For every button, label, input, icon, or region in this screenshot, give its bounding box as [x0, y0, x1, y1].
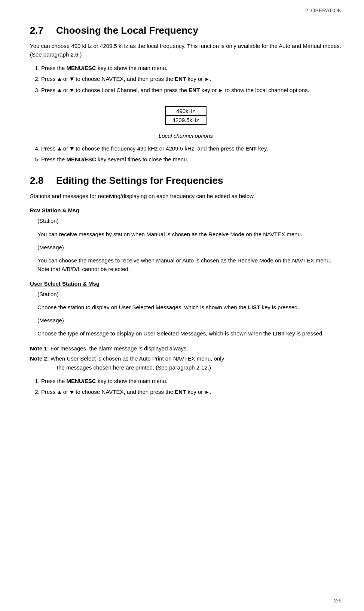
section-27: 2.7 Choosing the Local Frequency You can…: [30, 25, 342, 164]
triangle-up-icon-1: [58, 77, 61, 81]
channel-options-box: 490kHz 4209.5kHz: [165, 106, 207, 125]
section-27-body: You can choose 490 kHz or 4209.5 kHz as …: [30, 42, 342, 164]
note-2-label: Note 2:: [30, 355, 49, 362]
section-28-title-row: 2.8 Editing the Settings for Frequencies: [30, 175, 342, 186]
channel-options-caption: Local channel options: [30, 133, 342, 139]
user-message-label: (Message): [37, 316, 342, 325]
note-1-text: For messages, the alarm message is displ…: [49, 345, 188, 352]
step-27-3: Press or to choose Local Channel, and th…: [41, 86, 342, 95]
ent-bold-1: ENT: [175, 76, 186, 82]
subsection-rcv-title: Rcv Station & Msg: [30, 207, 342, 213]
user-station-body: Choose the station to display on User Se…: [37, 303, 342, 311]
section-27-steps-continued: Press or to choose the frequency 490 kHz…: [41, 144, 342, 164]
user-message-body: Choose the type of message to display on…: [37, 329, 342, 338]
triangle-up-icon-2: [58, 89, 61, 92]
note-1-label: Note 1:: [30, 345, 49, 352]
ent-bold-3: ENT: [245, 145, 257, 152]
section-27-title-row: 2.7 Choosing the Local Frequency: [30, 25, 342, 36]
subsection-user-select: User Select Station & Msg (Station) Choo…: [30, 280, 342, 338]
triangle-up-icon-4: [58, 391, 61, 394]
section-28-number: 2.8: [30, 175, 49, 186]
note-1-line: Note 1: For messages, the alarm message …: [30, 344, 342, 353]
step-27-1: Press the MENU/ESC key to show the main …: [41, 64, 342, 72]
header-text: 2. OPERATION: [305, 7, 342, 13]
section-28: 2.8 Editing the Settings for Frequencies…: [30, 175, 342, 396]
page-number: 2-5: [334, 598, 342, 604]
menuesc-bold-3: MENU/ESC: [67, 378, 96, 384]
list-bold-1: LIST: [248, 304, 260, 310]
rcv-station-body: You can receive messages by station when…: [37, 230, 342, 238]
section-27-number: 2.7: [30, 25, 49, 36]
rcv-message-label: (Message): [37, 243, 342, 252]
page-header: 2. OPERATION: [30, 7, 342, 13]
step-28-2: Press or to choose NAVTEX, and then pres…: [41, 387, 342, 396]
note-2-text: When User Select is chosen as the Auto P…: [49, 355, 224, 362]
list-bold-2: LIST: [273, 330, 285, 337]
note-2-line: Note 2: When User Select is chosen as th…: [30, 354, 342, 363]
section-28-heading: Editing the Settings for Frequencies: [56, 175, 223, 186]
triangle-down-icon-1: [70, 77, 74, 81]
rcv-station-label: (Station): [37, 216, 342, 225]
rcv-station-block: (Station) You can receive messages by st…: [37, 216, 342, 238]
arrow-right-icon-3: ►: [204, 388, 209, 396]
triangle-up-icon-3: [58, 147, 61, 151]
section-27-intro: You can choose 490 kHz or 4209.5 kHz as …: [30, 42, 342, 59]
ent-bold-4: ENT: [175, 389, 186, 395]
triangle-down-icon-4: [70, 391, 74, 394]
user-message-block: (Message) Choose the type of message to …: [37, 316, 342, 338]
notes-block: Note 1: For messages, the alarm message …: [30, 344, 342, 371]
arrow-right-icon-2: ►: [218, 86, 223, 95]
ent-bold-2: ENT: [189, 87, 200, 93]
menuesc-bold-2: MENU/ESC: [67, 156, 96, 162]
section-27-heading: Choosing the Local Frequency: [56, 25, 198, 36]
section-28-steps: Press the MENU/ESC key to show the main …: [41, 377, 342, 396]
section-28-intro: Stations and messages for receiving/disp…: [30, 192, 342, 200]
menuesc-bold-1: MENU/ESC: [67, 65, 96, 71]
channel-options-wrapper: 490kHz 4209.5kHz: [30, 100, 342, 131]
subsection-rcv: Rcv Station & Msg (Station) You can rece…: [30, 207, 342, 273]
rcv-message-block: (Message) You can choose the messages to…: [37, 243, 342, 274]
arrow-right-icon-1: ►: [204, 75, 209, 83]
user-station-label: (Station): [37, 290, 342, 298]
page-footer: 2-5: [334, 598, 342, 604]
step-27-5: Press the MENU/ESC key several times to …: [41, 155, 342, 164]
triangle-down-icon-2: [70, 89, 74, 92]
user-station-block: (Station) Choose the station to display …: [37, 290, 342, 312]
note-2-continuation: the messages chosen here are printed. (S…: [57, 364, 342, 371]
section-27-steps: Press the MENU/ESC key to show the main …: [41, 64, 342, 95]
step-28-1: Press the MENU/ESC key to show the main …: [41, 377, 342, 385]
section-28-body: Stations and messages for receiving/disp…: [30, 192, 342, 396]
channel-option-2: 4209.5kHz: [166, 116, 206, 124]
step-27-4: Press or to choose the frequency 490 kHz…: [41, 144, 342, 153]
triangle-down-icon-3: [70, 147, 74, 151]
step-27-2: Press or to choose NAVTEX, and then pres…: [41, 75, 342, 83]
subsection-user-select-title: User Select Station & Msg: [30, 280, 342, 287]
rcv-message-body: You can choose the messages to receive w…: [37, 256, 342, 274]
channel-option-1: 490kHz: [166, 107, 206, 116]
